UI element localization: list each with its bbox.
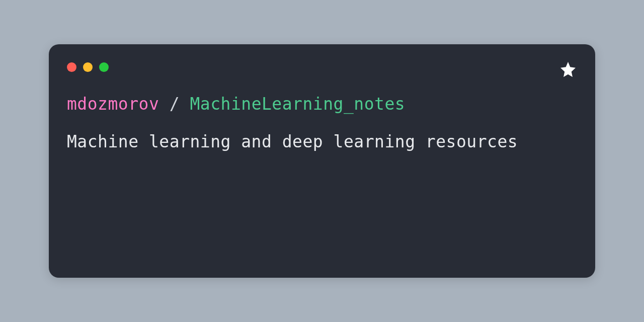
repo-owner[interactable]: mdozmorov	[67, 94, 159, 114]
minimize-icon[interactable]	[83, 62, 93, 72]
repo-title: mdozmorov / MachineLearning_notes	[67, 94, 577, 114]
traffic-lights	[67, 62, 577, 72]
repo-card: mdozmorov / MachineLearning_notes Machin…	[49, 44, 595, 278]
close-icon[interactable]	[67, 62, 76, 72]
repo-description: Machine learning and deep learning resou…	[67, 132, 577, 151]
repo-separator: /	[159, 94, 190, 114]
repo-name[interactable]: MachineLearning_notes	[190, 94, 405, 114]
maximize-icon[interactable]	[99, 62, 109, 72]
star-icon[interactable]	[559, 60, 577, 78]
